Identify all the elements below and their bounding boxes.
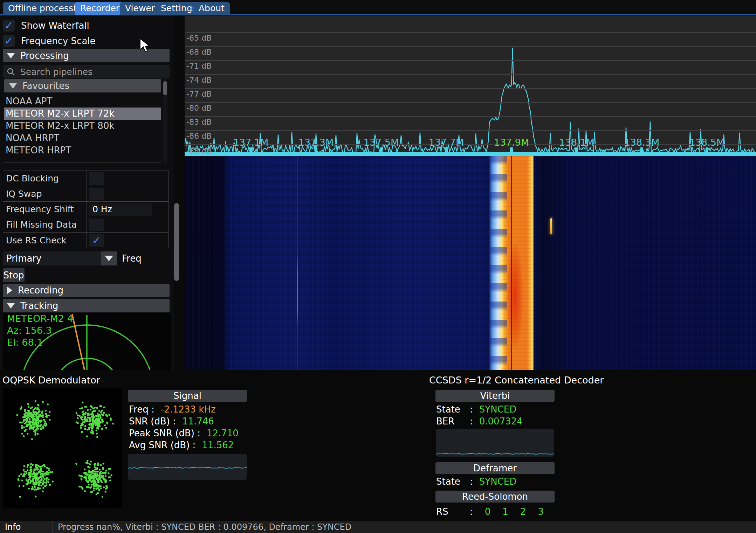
satdump-window: Offline processingRecorderViewerSettings… <box>0 0 756 533</box>
db-axis-label: -86 dB <box>186 132 212 140</box>
settings-row: DC Blocking <box>3 171 169 186</box>
spectrum-baseline <box>185 152 756 156</box>
signal-panel-header: Signal <box>128 390 247 402</box>
settings-checkbox[interactable] <box>89 219 104 231</box>
settings-checkbox[interactable]: ✓ <box>89 234 104 247</box>
chevron-down-icon <box>105 256 113 261</box>
stat-value: 11.746 <box>182 416 214 427</box>
pipeline-item[interactable]: NOAA APT <box>4 95 161 108</box>
db-axis-label: -88 dB <box>186 147 212 155</box>
settings-label: Frequency Shift <box>3 202 87 217</box>
spectrum-line <box>185 16 756 156</box>
stat-row: Avg SNR (dB) :11.562 <box>129 439 234 451</box>
stat-value: 12.710 <box>207 428 239 438</box>
checkbox-icon[interactable]: ✓ <box>3 20 15 32</box>
rs-value: 1 <box>502 506 508 517</box>
tracking-section-header[interactable]: Tracking <box>3 299 170 312</box>
sidebar-scrollbar[interactable] <box>174 203 179 281</box>
settings-label: Fill Missing Data <box>3 217 87 232</box>
frequency-axis-label: 137.1M <box>226 137 275 148</box>
stat-label: State <box>436 476 470 487</box>
waterfall-burst-mark <box>550 218 552 234</box>
tab-recorder[interactable]: Recorder <box>75 2 125 15</box>
pipeline-item[interactable]: METEOR HRPT <box>4 144 161 157</box>
db-axis-label: -65 dB <box>186 34 212 42</box>
chevron-down-icon <box>9 83 17 89</box>
freq-label: Freq <box>122 251 142 265</box>
settings-checkbox[interactable] <box>89 188 104 200</box>
settings-label: Use RS Check <box>3 233 87 248</box>
frequency-tick <box>706 147 708 152</box>
scrollbar-thumb[interactable] <box>163 81 167 95</box>
deframer-panel-header: Deframer <box>435 462 555 474</box>
center-frequency-label: 137.9M <box>487 137 536 148</box>
stat-label: Avg SNR (dB) : <box>129 440 195 450</box>
tab-bar: Offline processingRecorderViewerSettings… <box>0 0 756 15</box>
chevron-right-icon <box>7 286 12 294</box>
rs-label: RS <box>436 506 470 517</box>
tab-viewer[interactable]: Viewer <box>120 2 160 15</box>
processing-section-header[interactable]: Processing <box>3 49 170 62</box>
stat-value: 0.007324 <box>479 416 523 427</box>
fft-spectrum-plot: -65 dB-68 dB-71 dB-74 dB-77 dB-80 dB-83 … <box>185 16 756 156</box>
gridline <box>185 116 756 117</box>
processing-header-label: Processing <box>20 50 69 61</box>
tracked-azimuth: Az: 156.3 <box>7 325 52 336</box>
check-icon: ✓ <box>4 36 13 46</box>
stat-label: Peak SNR (dB) : <box>129 428 200 438</box>
frequency-tick <box>315 147 317 152</box>
stop-button[interactable]: Stop <box>3 268 25 282</box>
db-axis-label: -83 dB <box>186 118 212 126</box>
favourites-section-header[interactable]: Favourites <box>4 79 161 92</box>
check-icon: ✓ <box>4 20 13 31</box>
stat-label: BER <box>436 416 470 427</box>
tracking-radar: METEOR-M2 4 Az: 156.3 El: 68.1 <box>3 313 171 370</box>
search-input[interactable] <box>20 67 154 77</box>
pipeline-item[interactable]: METEOR M2-x LRPT 72k <box>4 108 161 120</box>
stat-row: State:SYNCED <box>436 476 516 487</box>
demodulator-title: OQPSK Demodulator <box>2 375 100 386</box>
gridline <box>185 46 756 47</box>
frequency-scale-label: Frequency Scale <box>21 36 96 46</box>
source-select-value: Primary <box>3 251 101 265</box>
db-axis-label: -80 dB <box>186 104 212 112</box>
stat-row: BER:0.007324 <box>436 415 523 427</box>
stat-row: Freq :-2.1233 kHz <box>129 403 216 415</box>
pipeline-search[interactable] <box>3 65 170 78</box>
settings-label: DC Blocking <box>3 171 87 186</box>
stat-row: State:SYNCED <box>436 403 516 415</box>
frequency-scale-checkbox[interactable]: ✓ Frequency Scale <box>3 34 96 48</box>
status-bar: Info Progress nan%, Viterbi : SYNCED BER… <box>0 521 756 533</box>
frequency-tick <box>380 147 383 152</box>
gridline <box>185 32 756 33</box>
frequency-tick <box>249 147 252 152</box>
combo-arrow-button[interactable] <box>101 251 117 265</box>
frequency-axis-label: 138.3M <box>617 137 666 148</box>
stat-label: Freq : <box>129 404 154 415</box>
show-waterfall-checkbox[interactable]: ✓ Show Waterfall <box>3 19 89 33</box>
settings-input[interactable]: 0 Hz <box>89 203 152 216</box>
settings-row: IQ Swap <box>3 186 169 202</box>
checkbox-icon[interactable]: ✓ <box>3 35 15 47</box>
center-frequency-line <box>511 156 512 370</box>
stat-value: 11.562 <box>202 440 234 450</box>
pipeline-item[interactable]: NOAA HRPT <box>4 132 161 144</box>
recording-header-label: Recording <box>18 285 63 296</box>
frequency-axis-label: 138.5M <box>682 137 731 148</box>
settings-checkbox[interactable] <box>89 172 104 185</box>
pipeline-item[interactable]: METEOR M2-x LRPT 80k <box>4 120 161 132</box>
rs-values: 0123 <box>473 506 544 517</box>
frequency-tick <box>510 147 513 152</box>
gridline <box>185 130 756 131</box>
stat-row: SNR (dB) :11.746 <box>129 415 214 427</box>
tab-about[interactable]: About <box>193 2 230 15</box>
chevron-down-icon <box>7 53 15 58</box>
frequency-axis-label: 138.1M <box>552 137 601 148</box>
source-select[interactable]: Primary <box>3 251 117 265</box>
recording-section-header[interactable]: Recording <box>3 284 170 297</box>
pipeline-list-scrollbar[interactable] <box>163 79 167 163</box>
status-info-label: Info <box>0 522 53 532</box>
tracked-elevation: El: 68.1 <box>7 337 43 348</box>
stat-value: -2.1233 kHz <box>161 404 216 415</box>
settings-row: Fill Missing Data <box>3 217 169 233</box>
